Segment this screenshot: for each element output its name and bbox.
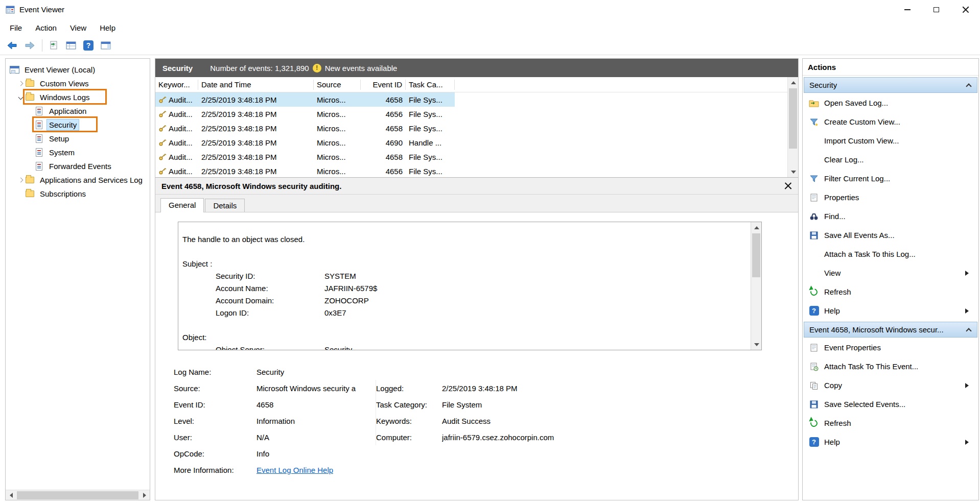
expander-expanded-icon[interactable] bbox=[16, 95, 25, 99]
field-label: Account Name: bbox=[216, 282, 324, 295]
event-count: Number of events: 1,321,890 bbox=[210, 64, 309, 73]
event-row[interactable]: Audit... 2/25/2019 3:48:18 PM Micros... … bbox=[155, 150, 455, 164]
tree-item-application[interactable]: Application bbox=[6, 104, 150, 118]
scroll-down-icon[interactable] bbox=[788, 167, 798, 177]
scroll-up-icon[interactable] bbox=[788, 77, 798, 87]
tree-item-setup[interactable]: Setup bbox=[6, 132, 150, 146]
tree-item-forwarded-events[interactable]: Forwarded Events bbox=[6, 159, 150, 173]
cell-event-id: 4658 bbox=[361, 95, 406, 104]
expander-collapsed-icon[interactable] bbox=[16, 178, 25, 182]
help-icon[interactable]: ? bbox=[80, 38, 97, 53]
general-tab-body: The handle to an object was closed. Subj… bbox=[155, 212, 798, 500]
log-file-icon bbox=[34, 107, 44, 115]
action-save-all-events-as[interactable]: Save All Events As... bbox=[803, 226, 978, 245]
copy-icon bbox=[809, 380, 819, 391]
action-event-properties[interactable]: Event Properties bbox=[803, 338, 978, 357]
collapse-icon[interactable] bbox=[966, 83, 971, 89]
object-heading: Object: bbox=[182, 331, 746, 344]
action-find[interactable]: Find... bbox=[803, 207, 978, 226]
close-preview-icon[interactable] bbox=[784, 182, 792, 190]
key-icon bbox=[158, 167, 167, 175]
menu-action[interactable]: Action bbox=[29, 21, 63, 35]
action-create-custom-view[interactable]: Create Custom View... bbox=[803, 112, 978, 131]
field-value: JAFRIIN-6579$ bbox=[324, 282, 377, 295]
tree-item-custom-views[interactable]: Custom Views bbox=[6, 77, 150, 90]
results-pane: Security Number of events: 1,321,890 ! N… bbox=[155, 58, 799, 500]
maximize-button[interactable] bbox=[922, 0, 951, 19]
field-value: File System bbox=[442, 400, 482, 409]
scrollbar-thumb[interactable] bbox=[17, 491, 138, 499]
event-description-box[interactable]: The handle to an object was closed. Subj… bbox=[178, 222, 762, 350]
column-header-date-and-time[interactable]: Date and Time bbox=[198, 80, 314, 90]
console-window-icon[interactable] bbox=[63, 38, 79, 53]
tree-horizontal-scrollbar[interactable] bbox=[6, 490, 150, 500]
actions-section-security[interactable]: Security bbox=[804, 77, 977, 93]
menu-file[interactable]: File bbox=[3, 21, 29, 35]
scroll-left-icon[interactable] bbox=[6, 490, 16, 500]
column-header-task-category[interactable]: Task Ca... bbox=[406, 80, 455, 90]
event-row[interactable]: Audit... 2/25/2019 3:48:18 PM Micros... … bbox=[155, 164, 455, 177]
cell-datetime: 2/25/2019 3:48:18 PM bbox=[198, 95, 314, 104]
column-header-event-id[interactable]: Event ID bbox=[361, 80, 406, 90]
event-row[interactable]: Audit... 2/25/2019 3:48:18 PM Micros... … bbox=[155, 92, 455, 107]
actions-section-event-4658[interactable]: Event 4658, Microsoft Windows secur... bbox=[804, 322, 977, 338]
event-row[interactable]: Audit... 2/25/2019 3:48:18 PM Micros... … bbox=[155, 135, 455, 150]
action-help-event[interactable]: ? Help bbox=[803, 433, 978, 451]
folder-icon bbox=[25, 93, 35, 102]
tab-general[interactable]: General bbox=[160, 198, 204, 212]
action-view[interactable]: View bbox=[803, 263, 978, 282]
event-row[interactable]: Audit... 2/25/2019 3:48:18 PM Micros... … bbox=[155, 121, 455, 135]
export-list-icon[interactable] bbox=[45, 38, 62, 53]
window-controls bbox=[893, 0, 980, 19]
toolbar-separator bbox=[42, 39, 42, 52]
scrollbar-thumb[interactable] bbox=[789, 88, 797, 149]
action-save-selected-events[interactable]: Save Selected Events... bbox=[803, 395, 978, 414]
folder-icon bbox=[25, 79, 35, 88]
action-pane-icon[interactable] bbox=[98, 38, 114, 53]
scrollbar-thumb[interactable] bbox=[752, 233, 760, 277]
find-icon bbox=[809, 211, 819, 222]
actions-pane: Actions Security Open Saved Log... Creat… bbox=[802, 58, 979, 500]
description-scrollbar[interactable] bbox=[751, 222, 761, 350]
tab-details[interactable]: Details bbox=[205, 199, 245, 212]
action-import-custom-view[interactable]: Import Custom View... bbox=[803, 131, 978, 150]
tree-item-subscriptions[interactable]: Subscriptions bbox=[6, 187, 150, 201]
field-value: ZOHOCORP bbox=[324, 295, 369, 307]
action-copy[interactable]: Copy bbox=[803, 376, 978, 395]
action-open-saved-log[interactable]: Open Saved Log... bbox=[803, 93, 978, 112]
scroll-down-icon[interactable] bbox=[751, 340, 762, 350]
tree-item-system[interactable]: System bbox=[6, 146, 150, 159]
back-icon[interactable] bbox=[4, 38, 20, 53]
action-filter-current-log[interactable]: Filter Current Log... bbox=[803, 169, 978, 188]
cell-datetime: 2/25/2019 3:48:18 PM bbox=[198, 153, 314, 161]
menu-view[interactable]: View bbox=[63, 21, 93, 35]
collapse-icon[interactable] bbox=[966, 328, 971, 333]
action-refresh[interactable]: Refresh bbox=[803, 282, 978, 301]
scroll-right-icon[interactable] bbox=[139, 490, 150, 500]
action-properties[interactable]: Properties bbox=[803, 188, 978, 207]
action-clear-log[interactable]: Clear Log... bbox=[803, 150, 978, 169]
action-attach-task-to-event[interactable]: Attach Task To This Event... bbox=[803, 357, 978, 376]
tree-item-applications-and-services-logs[interactable]: Applications and Services Log bbox=[6, 173, 150, 187]
table-vertical-scrollbar[interactable] bbox=[787, 77, 798, 177]
event-row[interactable]: Audit... 2/25/2019 3:48:18 PM Micros... … bbox=[155, 107, 455, 121]
cell-keywords: Audit... bbox=[169, 110, 193, 118]
expander-collapsed-icon[interactable] bbox=[16, 82, 25, 85]
action-attach-task-to-log[interactable]: Attach a Task To this Log... bbox=[803, 245, 978, 263]
field-value: Microsoft Windows security a bbox=[256, 384, 356, 393]
action-refresh-event[interactable]: Refresh bbox=[803, 414, 978, 433]
field-value: Security bbox=[324, 344, 352, 350]
close-button[interactable] bbox=[951, 0, 980, 19]
action-help[interactable]: ? Help bbox=[803, 301, 978, 320]
event-log-online-help-link[interactable]: Event Log Online Help bbox=[256, 466, 333, 474]
column-header-keywords[interactable]: Keywor... bbox=[155, 80, 198, 90]
tree-item-security[interactable]: Security bbox=[6, 118, 150, 132]
field-label: Object Server: bbox=[216, 344, 324, 350]
tree-item-windows-logs[interactable]: Windows Logs bbox=[6, 90, 150, 104]
menu-help[interactable]: Help bbox=[93, 21, 122, 35]
minimize-button[interactable] bbox=[893, 0, 922, 19]
column-header-source[interactable]: Source bbox=[314, 80, 361, 90]
tree-item-event-viewer-local[interactable]: Event Viewer (Local) bbox=[6, 63, 150, 77]
forward-icon[interactable] bbox=[21, 38, 38, 53]
scroll-up-icon[interactable] bbox=[751, 222, 762, 232]
